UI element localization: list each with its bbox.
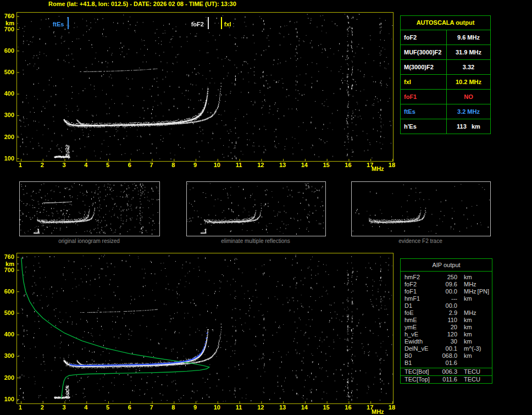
main-x-tick-label: 12 (254, 162, 267, 168)
main-x-tick-label: 10 (211, 162, 223, 168)
autoscala-row-label: h'Es (401, 119, 447, 134)
aip-row-value: 00.0 (437, 302, 457, 309)
main-ionogram-canvas (17, 13, 393, 161)
aip-row-value: 250 (437, 274, 457, 281)
autoscala-output-table: AUTOSCALA output foF29.6 MHzMUF(3000)F23… (400, 15, 491, 134)
aip-tec-row-tec[bot]: TEC[Bot]006.3TECU (401, 368, 492, 375)
aip-tec-unit: TECU (457, 376, 480, 383)
bottom-y-tick-label: 100 (1, 396, 14, 402)
aip-row-unit: MHz (457, 309, 476, 317)
aip-row-unit: km (457, 324, 472, 331)
bottom-x-tick-label: 12 (254, 404, 267, 411)
aip-row-unit: km (457, 317, 472, 324)
autoscala-row-label: MUF(3000)F2 (401, 45, 447, 59)
thumbnail-f2-evidence-caption: evidence F2 trace (351, 238, 490, 244)
autoscala-output-rows: foF29.6 MHzMUF(3000)F231.9 MHzM(3000)F23… (401, 30, 490, 134)
bottom-x-tick-label: 7 (146, 404, 158, 411)
autoscala-row-fxi: fxI10.2 MHz (401, 75, 490, 90)
aip-row-fof1: foF100.0MHz[PN] (401, 288, 492, 295)
thumbnail-original-canvas (20, 182, 159, 236)
aip-row-deln_ve: DelN_vE00.1m^(-3) (401, 345, 492, 352)
bottom-x-tick-label: 13 (276, 404, 289, 411)
autoscala-row-m(3000)f2: M(3000)F23.32 (401, 60, 490, 75)
autoscala-row-muf(3000)f2: MUF(3000)F231.9 MHz (401, 45, 490, 60)
marker-label-fof2: foF2 (182, 21, 204, 27)
main-x-tick-label: 5 (102, 162, 114, 168)
aip-row-label: hmF2 (401, 274, 437, 281)
aip-row-h_ve: h_vE120km (401, 331, 492, 338)
autoscala-row-value: 10.2 MHz (447, 75, 490, 89)
main-x-tick-label: 4 (80, 162, 92, 168)
aip-row-unit (457, 302, 464, 309)
bottom-x-tick-label: 15 (320, 404, 332, 411)
page-title: Rome (lat: +41.8, lon: 012.5) - DATE: 20… (48, 1, 236, 7)
bottom-x-tick-label: 16 (342, 404, 354, 411)
aip-row-label: D1 (401, 302, 437, 309)
main-x-tick-label: 3 (58, 162, 70, 168)
aip-row-value: 00.0 (437, 288, 457, 295)
aip-tec-row-tec[top]: TEC[Top]011.6TECU (401, 375, 492, 383)
bottom-x-tick-label: 8 (167, 404, 179, 411)
main-x-tick-label: 15 (320, 162, 332, 168)
bottom-x-tick-label: 3 (58, 404, 70, 411)
main-y-tick-label: 700 (1, 26, 14, 32)
aip-row-label: ymE (401, 324, 437, 331)
aip-row-label: hmE (401, 317, 437, 324)
aip-row-unit: km (457, 338, 472, 345)
aip-row-label: foE (401, 309, 437, 317)
autoscala-output-title: AUTOSCALA output (401, 16, 490, 30)
aip-row-unit: km (457, 331, 472, 338)
thumbnail-no-multiples (186, 181, 326, 236)
thumbnail-f2-evidence-canvas (352, 182, 490, 236)
aip-row-unit: km (457, 295, 472, 302)
aip-row-fof2: foF209.6MHz (401, 281, 492, 288)
aip-row-value: 2.9 (437, 309, 457, 317)
main-y-tick-label: 600 (1, 47, 14, 54)
aip-row-unit: km (457, 352, 472, 359)
main-x-tick-label: 11 (233, 162, 245, 168)
aip-row-value: 120 (437, 331, 457, 338)
bottom-y-tick-label: 200 (1, 374, 14, 381)
aip-row-foe: foE2.9MHz (401, 309, 492, 317)
aip-tec-rows: TEC[Bot]006.3TECUTEC[Top]011.6TECU (401, 368, 492, 383)
aip-row-b1: B101.6 (401, 359, 492, 367)
aip-output-title: AIP output (401, 259, 492, 272)
main-x-tick-label: 2 (36, 162, 48, 168)
aip-row-label: foF2 (401, 281, 437, 288)
aip-row-value: 09.6 (437, 281, 457, 288)
main-x-tick-label: 1 (14, 162, 26, 168)
autoscala-row-value: 31.9 MHz (447, 45, 490, 59)
bottom-x-tick-label: 17 (364, 404, 376, 411)
bottom-y-tick-label: 300 (1, 352, 14, 359)
autoscala-row-value: NO (447, 90, 490, 104)
bottom-x-tick-label: 4 (80, 404, 92, 411)
aip-row-value: 068.0 (437, 352, 457, 359)
aip-row-value: 00.1 (437, 345, 457, 352)
aip-row-label: Ewidth (401, 338, 437, 345)
bottom-x-tick-label: 11 (233, 404, 245, 411)
aip-tec-label: TEC[Bot] (401, 368, 437, 375)
aip-tec-value: 011.6 (437, 376, 457, 383)
autoscala-row-label: M(3000)F2 (401, 60, 447, 74)
bottom-x-tick-label: 5 (102, 404, 114, 411)
bottom-y-tick-label: 500 (1, 309, 14, 316)
aip-row-label: B1 (401, 359, 437, 367)
autoscala-row-label: foF1 (401, 90, 447, 104)
bottom-x-tick-label: 9 (189, 404, 201, 411)
marker-line-fxi (221, 17, 222, 29)
bottom-y-tick-label: 400 (1, 331, 14, 337)
bottom-x-tick-label: 14 (298, 404, 311, 411)
aip-row-value: 30 (437, 338, 457, 345)
aip-row-unit: km (457, 274, 472, 281)
main-x-tick-label: 7 (146, 162, 158, 168)
aip-row-d1: D100.0 (401, 302, 492, 309)
autoscala-row-label: ftEs (401, 104, 447, 119)
autoscala-row-ftes: ftEs3.2 MHz (401, 104, 490, 119)
main-x-tick-label: 17 (364, 162, 376, 168)
bottom-x-tick-label: 18 (386, 404, 398, 411)
marker-line-fof2 (208, 17, 209, 29)
thumbnail-original-ionogram (19, 181, 160, 236)
aip-row-yme: ymE20km (401, 324, 492, 331)
aip-row-b0: B0068.0km (401, 352, 492, 359)
main-x-tick-label: 18 (386, 162, 398, 168)
